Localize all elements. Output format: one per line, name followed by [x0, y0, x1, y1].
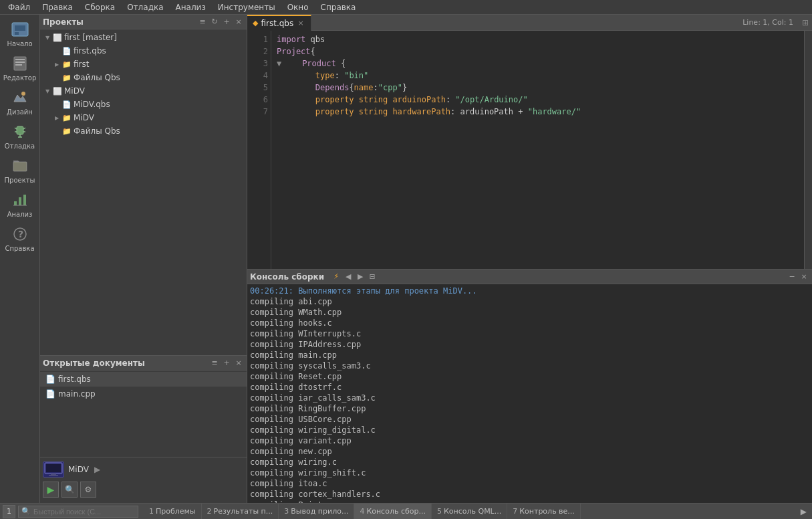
status-tab-label-output: Вывод прило... — [291, 507, 348, 516]
menu-help[interactable]: Справка — [315, 1, 362, 13]
status-tab-label-results: Результаты п... — [214, 507, 273, 516]
tree-item-qbs-files-1[interactable]: 📁 Файлы Qbs — [40, 71, 247, 84]
console-icon1[interactable]: ⚡ — [331, 272, 342, 282]
projects-filter-btn[interactable]: ≡ — [197, 17, 208, 27]
console-next-btn[interactable]: ▶ — [355, 272, 366, 282]
sidebar-label-design: Дизайн — [7, 108, 33, 116]
svg-rect-8 — [17, 126, 23, 134]
console-dock-btn[interactable]: ⊟ — [367, 272, 378, 282]
right-content: ◆ first.qbs × Line: 1, Col: 1 ⊞ 1 2 3 4 — [247, 15, 812, 503]
projects-add-btn[interactable]: + — [221, 17, 232, 27]
project-icon-midv: ⬜ — [52, 86, 63, 96]
svg-rect-15 — [13, 162, 27, 171]
menu-tools[interactable]: Инструменты — [213, 1, 281, 13]
doc-item-firstqbs[interactable]: 📄 first.qbs — [40, 372, 247, 387]
status-tab-problems[interactable]: 1 Проблемы — [144, 504, 202, 520]
sidebar-btn-start[interactable]: Начало — [1, 17, 39, 50]
tree-text-first-folder: first — [74, 60, 89, 69]
svg-rect-25 — [49, 475, 58, 476]
tree-item-first-folder[interactable]: ▶ 📁 first — [40, 58, 247, 71]
tree-arrow-midv-folder: ▶ — [52, 115, 61, 121]
console-line-19: compiling itoa.c — [250, 478, 809, 489]
editor-scrollbar[interactable] — [804, 31, 812, 269]
statusbar: 1 🔍 1 Проблемы 2 Результаты п... 3 Вывод… — [0, 503, 812, 519]
svg-rect-2 — [15, 32, 19, 35]
menu-analyze[interactable]: Анализ — [170, 1, 211, 13]
status-tab-control[interactable]: 7 Контроль ве... — [507, 504, 581, 520]
open-docs-list: 📄 first.qbs 📄 main.cpp — [40, 371, 247, 457]
tab-close-firstqbs[interactable]: × — [296, 19, 305, 28]
status-tab-num-4: 4 — [360, 507, 364, 516]
console-min-btn[interactable]: − — [787, 272, 797, 282]
sidebar-btn-help[interactable]: ? Справка — [1, 222, 39, 255]
code-line-3: ▼ Product { — [277, 58, 799, 70]
projects-tree: ▼ ⬜ first [master] 📄 first.qbs ▶ — [40, 29, 247, 355]
debug-icon — [9, 122, 31, 141]
doc-icon-maincpp: 📄 — [45, 389, 55, 399]
status-page-num: 1 — [3, 505, 15, 518]
console-line-8: compiling syscalls_sam3.c — [250, 360, 809, 371]
sidebar-btn-analysis[interactable]: Анализ — [1, 188, 39, 221]
sidebar-btn-debug[interactable]: Отладка — [1, 120, 39, 152]
console-prev-btn[interactable]: ◀ — [343, 272, 354, 282]
menu-file[interactable]: Файл — [3, 1, 35, 13]
tab-firstqbs[interactable]: ◆ first.qbs × — [247, 15, 311, 31]
menu-build[interactable]: Сборка — [80, 1, 120, 13]
tree-item-first-project[interactable]: ▼ ⬜ first [master] — [40, 31, 247, 44]
editor-expand-btn[interactable]: ⊞ — [799, 16, 812, 29]
status-tab-console[interactable]: 4 Консоль сбор... — [354, 504, 432, 520]
sidebar-label-projects: Проекты — [5, 177, 35, 184]
svg-rect-17 — [19, 197, 21, 205]
tree-item-qbs-files-2[interactable]: 📁 Файлы Qbs — [40, 124, 247, 138]
status-search-box[interactable]: 🔍 — [18, 506, 138, 518]
doc-item-maincpp[interactable]: 📄 main.cpp — [40, 387, 247, 401]
status-tab-num-1: 1 — [149, 507, 154, 516]
code-content[interactable]: import qbs Project{ ▼ Product { type: "b… — [271, 31, 804, 269]
menubar: Файл Правка Сборка Отладка Анализ Инстру… — [0, 0, 812, 15]
menu-debug[interactable]: Отладка — [122, 1, 168, 13]
tree-text-first-project: first [master] — [64, 33, 117, 42]
settings-btn-debug[interactable]: ⚙ — [80, 482, 96, 498]
debug-expand-icon[interactable]: ▶ — [94, 465, 100, 474]
console-line-6: compiling IPAddress.cpp — [250, 339, 809, 350]
tree-item-first-qbs[interactable]: 📄 first.qbs — [40, 44, 247, 58]
sidebar-btn-projects[interactable]: Проекты — [1, 154, 39, 187]
projects-panel: Проекты ≡ ↻ + × ▼ ⬜ first [master] — [40, 15, 247, 356]
code-editor[interactable]: 1 2 3 4 5 6 7 import qbs Project{ ▼ Prod… — [247, 31, 812, 269]
svg-rect-16 — [14, 201, 17, 205]
tree-item-midv-project[interactable]: ▼ ⬜ MiDV — [40, 84, 247, 98]
code-line-4: type: "bin" — [277, 70, 799, 82]
projects-icon — [9, 157, 31, 175]
console-output[interactable]: 00:26:21: Выполняются этапы для проекта … — [247, 284, 812, 503]
docs-close-btn[interactable]: × — [233, 358, 244, 369]
console-line-20: compiling cortex_handlers.c — [250, 489, 809, 500]
search-btn-debug[interactable]: 🔍 — [61, 482, 78, 498]
docs-add-btn[interactable]: + — [221, 358, 232, 369]
menu-window[interactable]: Окно — [282, 1, 314, 13]
console-panel: Консоль сборки ⚡ ◀ ▶ ⊟ − × 00:26:21: Вып… — [247, 269, 812, 503]
console-line-13: compiling USBCore.cpp — [250, 414, 809, 425]
docs-filter-btn[interactable]: ≡ — [209, 358, 220, 369]
editor-icon — [9, 54, 31, 73]
console-close-btn[interactable]: × — [799, 272, 809, 282]
sidebar-btn-editor[interactable]: Редактор — [1, 51, 39, 84]
doc-icon-firstqbs: 📄 — [45, 375, 55, 384]
status-tab-num-3: 3 — [284, 507, 289, 516]
run-btn[interactable]: ▶ — [43, 482, 59, 498]
status-tab-qml[interactable]: 5 Консоль QML... — [432, 504, 507, 520]
svg-rect-5 — [15, 62, 25, 63]
projects-sync-btn[interactable]: ↻ — [209, 17, 220, 27]
status-tabs-arrow[interactable]: ▶ — [798, 507, 809, 516]
tree-arrow-first: ▼ — [43, 35, 52, 41]
folder-icon-midv: 📁 — [61, 112, 72, 123]
tree-item-midv-folder[interactable]: ▶ 📁 MiDV — [40, 111, 247, 124]
folder-icon-qbs1: 📁 — [61, 72, 72, 83]
svg-point-7 — [21, 92, 25, 96]
status-tab-results[interactable]: 2 Результаты п... — [202, 504, 279, 520]
projects-close-btn[interactable]: × — [233, 17, 244, 27]
status-tab-output[interactable]: 3 Вывод прило... — [279, 504, 354, 520]
sidebar-btn-design[interactable]: Дизайн — [1, 86, 39, 118]
menu-edit[interactable]: Правка — [37, 1, 78, 13]
tree-item-midv-qbs[interactable]: 📄 MiDV.qbs — [40, 98, 247, 111]
quick-search-input[interactable] — [33, 508, 127, 516]
